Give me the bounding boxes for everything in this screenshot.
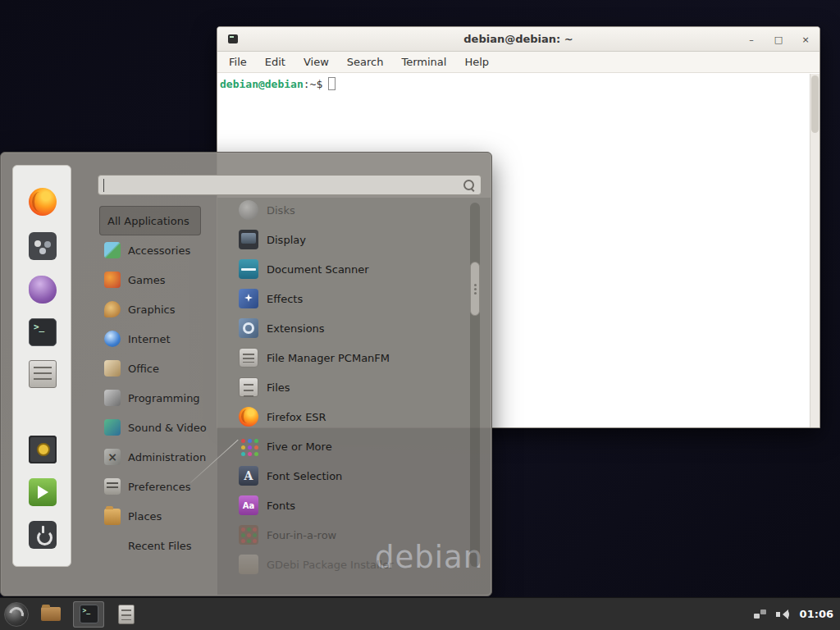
- administration-icon: [104, 449, 121, 465]
- app-item-effects[interactable]: Effects: [239, 284, 470, 313]
- app-item-document-scanner[interactable]: Document Scanner: [239, 254, 470, 284]
- favorite-messenger[interactable]: [29, 276, 57, 304]
- sound-video-icon: [104, 419, 121, 436]
- document-scanner-icon: [239, 259, 258, 279]
- category-recent-files[interactable]: Recent Files: [99, 531, 237, 560]
- favorite-file-manager[interactable]: [29, 360, 57, 388]
- shutdown-icon: [29, 521, 57, 549]
- applications-scrollbar-handle[interactable]: [470, 262, 480, 316]
- search-icon: [463, 179, 476, 192]
- terminal-scrollbar-handle[interactable]: [811, 75, 819, 133]
- category-programming[interactable]: Programming: [99, 383, 237, 413]
- taskbar-window-terminal[interactable]: [73, 601, 104, 628]
- five-or-more-icon: [239, 436, 258, 456]
- lock-screen-button[interactable]: [29, 436, 57, 463]
- file-manager-icon: [239, 348, 258, 368]
- places-icon: [104, 509, 121, 525]
- app-item-four-in-a-row[interactable]: Four-in-a-row: [239, 520, 470, 550]
- games-icon: [104, 272, 121, 288]
- category-preferences[interactable]: Preferences: [99, 472, 237, 501]
- text-caret: [103, 179, 104, 192]
- lock-screen-icon: [29, 436, 57, 463]
- programming-icon: [104, 390, 121, 406]
- app-item-extensions[interactable]: Extensions: [239, 313, 470, 343]
- menu-search-box: [98, 175, 482, 195]
- firefox-icon: [239, 407, 258, 427]
- application-list: Disks Display Document Scanner Effects E…: [239, 195, 470, 579]
- app-item-display[interactable]: Display: [239, 225, 470, 254]
- terminal-title: debian@debian: ~: [217, 27, 819, 52]
- logout-icon: [29, 478, 57, 506]
- office-icon: [104, 360, 121, 377]
- font-selection-icon: [239, 466, 258, 486]
- prompt-path: :~$: [304, 78, 322, 90]
- category-internet[interactable]: Internet: [99, 324, 237, 354]
- category-games[interactable]: Games: [99, 265, 237, 294]
- favorite-firefox[interactable]: [29, 188, 57, 216]
- effects-icon: [239, 289, 258, 308]
- app-item-files[interactable]: Files: [239, 372, 470, 402]
- taskbar-window-files[interactable]: [111, 601, 142, 628]
- menu-terminal[interactable]: Terminal: [401, 56, 446, 68]
- clock[interactable]: 01:06: [798, 608, 833, 620]
- applications-menu: debian All Applications Accessories Game…: [0, 152, 492, 596]
- shutdown-button[interactable]: [29, 521, 57, 549]
- desktop[interactable]: debian@debian: ~ – □ × File Edit View Se…: [0, 0, 840, 630]
- favorites-strip: [12, 165, 71, 567]
- display-icon: [239, 230, 258, 249]
- file-manager-icon: [29, 360, 57, 388]
- app-item-font-selection[interactable]: Font Selection: [239, 461, 470, 491]
- category-sound-video[interactable]: Sound & Video: [99, 413, 237, 442]
- disks-icon: [239, 200, 258, 220]
- network-icon[interactable]: [754, 609, 767, 620]
- app-item-disks[interactable]: Disks: [239, 195, 470, 225]
- menu-search[interactable]: Search: [347, 56, 384, 68]
- accessories-icon: [104, 242, 121, 258]
- internet-icon: [104, 331, 121, 347]
- app-item-firefox-esr[interactable]: Firefox ESR: [239, 402, 470, 431]
- taskbar-window-file-manager[interactable]: [35, 601, 66, 628]
- category-all-applications[interactable]: All Applications: [99, 206, 201, 235]
- menu-launcher-button[interactable]: [4, 602, 29, 627]
- app-item-file-manager-pcmanfm[interactable]: File Manager PCManFM: [239, 343, 470, 372]
- close-button[interactable]: ×: [800, 34, 811, 45]
- logout-button[interactable]: [29, 478, 57, 506]
- files-icon: [118, 605, 135, 624]
- menu-help[interactable]: Help: [464, 56, 489, 68]
- maximize-button[interactable]: □: [773, 34, 784, 45]
- files-icon: [239, 377, 258, 397]
- favorite-terminal[interactable]: [29, 318, 57, 346]
- preferences-icon: [104, 478, 121, 495]
- app-item-fonts[interactable]: Fonts: [239, 491, 470, 520]
- favorite-people[interactable]: [29, 232, 57, 260]
- category-places[interactable]: Places: [99, 501, 237, 531]
- minimize-button[interactable]: –: [746, 34, 757, 45]
- category-administration[interactable]: Administration: [99, 442, 237, 472]
- app-item-five-or-more[interactable]: Five or More: [239, 431, 470, 461]
- fonts-icon: [239, 495, 258, 515]
- terminal-cursor: [328, 77, 336, 90]
- folder-icon: [41, 607, 61, 621]
- terminal-scrollbar[interactable]: [810, 74, 819, 427]
- menu-edit[interactable]: Edit: [265, 56, 285, 68]
- prompt-user: debian@debian: [220, 78, 304, 90]
- category-office[interactable]: Office: [99, 354, 237, 383]
- search-input[interactable]: [98, 176, 463, 194]
- graphics-icon: [104, 301, 121, 317]
- four-in-a-row-icon: [239, 525, 258, 545]
- firefox-icon: [29, 188, 57, 216]
- terminal-titlebar[interactable]: debian@debian: ~ – □ ×: [217, 27, 819, 52]
- people-icon: [29, 232, 57, 260]
- extensions-icon: [239, 318, 258, 338]
- volume-icon[interactable]: [776, 609, 789, 620]
- menu-file[interactable]: File: [229, 56, 247, 68]
- app-item-gdebi[interactable]: GDebi Package Installer: [239, 550, 470, 579]
- taskbar: 01:06: [0, 597, 840, 630]
- menu-view[interactable]: View: [304, 56, 329, 68]
- category-graphics[interactable]: Graphics: [99, 294, 237, 324]
- messenger-icon: [29, 276, 57, 304]
- applications-scrollbar[interactable]: [470, 203, 480, 567]
- system-tray: 01:06: [754, 608, 840, 620]
- terminal-icon: [29, 318, 57, 346]
- category-accessories[interactable]: Accessories: [99, 235, 237, 265]
